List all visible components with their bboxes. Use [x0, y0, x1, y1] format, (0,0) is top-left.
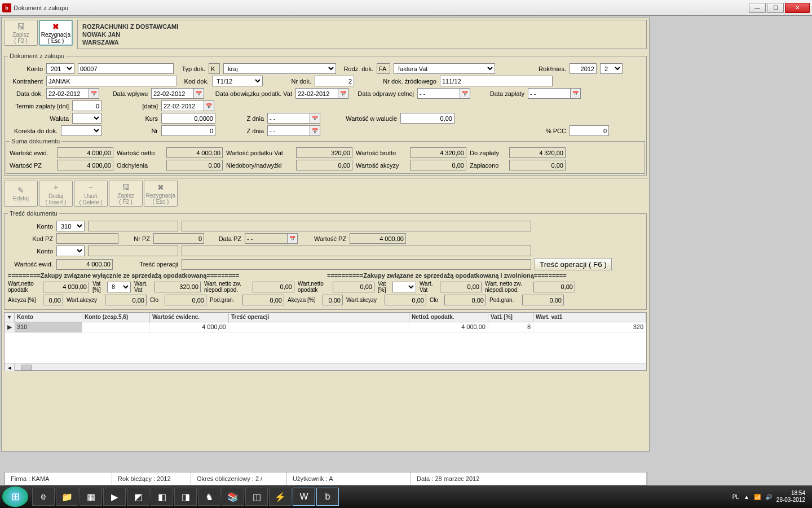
wartakc2-label: Wart.akcyzy: [346, 297, 381, 303]
sum-fieldset: Suma dokumentu Wartość ewid. Wartość net…: [6, 138, 645, 174]
taskbar-app4-icon[interactable]: ◨: [174, 488, 197, 506]
maximize-button[interactable]: ☐: [767, 3, 784, 13]
save-button[interactable]: 🖫 Zapisz( F2 ): [4, 20, 38, 46]
tresc-f6-button[interactable]: Treść operacji ( F6 ): [535, 258, 612, 270]
calendar-icon[interactable]: 📅: [460, 88, 470, 99]
taskbar-media-icon[interactable]: ▶: [103, 488, 126, 506]
start-button[interactable]: ⊞: [2, 487, 28, 507]
tray-clock[interactable]: 18:5428-03-2012: [776, 490, 805, 503]
koddok-select[interactable]: T1/12: [212, 76, 263, 86]
korekta-select[interactable]: [61, 125, 102, 136]
window-title: Dokument z zakupu: [14, 5, 749, 11]
system-tray[interactable]: PL ▲ 📶 🔊 18:5428-03-2012: [732, 490, 810, 503]
taskbar-word-icon[interactable]: W: [293, 488, 315, 506]
dataobv-input[interactable]: [295, 88, 338, 99]
col-konto[interactable]: Konto: [15, 313, 82, 322]
col-netto1[interactable]: Netto1 opodatk.: [409, 313, 488, 322]
tray-lang[interactable]: PL: [732, 494, 739, 500]
edit-button[interactable]: ✎Edytuj: [4, 181, 38, 207]
taskbar[interactable]: ⊞ e 📁 ▦ ▶ ◩ ◧ ◨ ♞ 📚 ◫ ⚡ W b PL ▲ 📶 🔊 18:…: [0, 485, 812, 508]
wartvat-label: Wartość podatku Vat: [226, 150, 293, 156]
col-konto56[interactable]: Konto (zesp.5,6): [82, 313, 150, 322]
col-tresc[interactable]: Treść operacji: [229, 313, 409, 322]
calendar-icon[interactable]: 📅: [194, 88, 204, 99]
col-wartewid[interactable]: Wartość ewidenc.: [150, 313, 229, 322]
close-button[interactable]: ✕: [785, 3, 810, 13]
mies-select[interactable]: 2: [600, 63, 623, 74]
grid-scrollbar[interactable]: ◂: [5, 364, 646, 370]
waluta-select[interactable]: [72, 113, 102, 124]
cell-wartvat1[interactable]: 320: [533, 322, 646, 332]
cancel2-button[interactable]: ✖Rezygnacja( Esc ): [144, 181, 178, 207]
taskbar-app6-icon[interactable]: 📚: [222, 488, 244, 506]
calendar-icon[interactable]: 📅: [288, 233, 298, 244]
col-wartvat1[interactable]: Wart. vat1: [533, 313, 646, 322]
kontrahent-input[interactable]: [46, 76, 177, 86]
dataodpr-input[interactable]: [417, 88, 460, 99]
cell-konto[interactable]: 310: [15, 322, 82, 332]
taskbar-ie-icon[interactable]: e: [32, 488, 55, 506]
nrdok-input[interactable]: [315, 76, 354, 86]
rodzdok-select[interactable]: faktura Vat: [394, 63, 495, 74]
vatpct-select[interactable]: 8: [107, 282, 131, 292]
taskbar-app2-icon[interactable]: ◩: [127, 488, 149, 506]
tray-volume-icon[interactable]: 🔊: [765, 494, 772, 500]
tray-network-icon[interactable]: 📶: [754, 494, 761, 500]
taskbar-app5-icon[interactable]: ♞: [198, 488, 220, 506]
wartvat-field: [296, 147, 352, 158]
termin-input[interactable]: [72, 100, 102, 111]
calendar-icon[interactable]: 📅: [310, 125, 320, 136]
cell-vat1[interactable]: 8: [488, 322, 533, 332]
col-vat1[interactable]: Vat1 [%]: [488, 313, 533, 322]
cancel-button[interactable]: ✖ Rezygnacja( Esc ): [39, 20, 73, 46]
c-konto2-select[interactable]: [56, 246, 85, 256]
c-wartewid-label: Wartość ewid.: [8, 261, 53, 268]
cell-netto1[interactable]: 4 000,00: [409, 322, 488, 332]
data2-input[interactable]: [161, 100, 204, 111]
konto-num-input[interactable]: [78, 63, 174, 74]
minimize-button[interactable]: —: [749, 3, 766, 13]
delete-button[interactable]: －Usuń( Delete ): [74, 181, 108, 207]
calendar-icon[interactable]: 📅: [204, 100, 214, 111]
tray-flag-icon[interactable]: ▲: [744, 494, 749, 500]
taskbar-explorer-icon[interactable]: 📁: [56, 488, 78, 506]
datadok-input[interactable]: [46, 88, 89, 99]
pcc-input[interactable]: [570, 125, 609, 136]
wartakc-label: Wart.akcyzy: [67, 297, 102, 303]
grid-selector-header[interactable]: ▾: [5, 313, 15, 322]
kurs-input[interactable]: [161, 113, 215, 124]
calendar-icon[interactable]: 📅: [89, 88, 99, 99]
datawpl-input[interactable]: [151, 88, 194, 99]
taskbar-app7-icon[interactable]: ◫: [245, 488, 268, 506]
save2-button[interactable]: 🖫Zapisz( F2 ): [109, 181, 143, 207]
rok-input[interactable]: [570, 63, 597, 74]
kodpz-input: [56, 233, 118, 244]
taskbar-current-app-icon[interactable]: b: [316, 488, 339, 506]
datazapl-input[interactable]: [528, 88, 571, 99]
data-grid[interactable]: ▾ Konto Konto (zesp.5,6) Wartość ewidenc…: [4, 312, 647, 371]
zdnia2-input[interactable]: [267, 125, 310, 136]
calendar-icon[interactable]: 📅: [571, 88, 581, 99]
nr-input[interactable]: [161, 125, 215, 136]
c-konto-select[interactable]: 310: [56, 221, 85, 231]
wartwal-input[interactable]: [400, 113, 454, 124]
zdnia-input[interactable]: [267, 113, 310, 124]
cell-wartewid[interactable]: 4 000,00: [150, 322, 229, 332]
taskbar-app-icon[interactable]: ▦: [80, 488, 102, 506]
taskbar-app3-icon[interactable]: ◧: [151, 488, 173, 506]
nrdok-label: Nr dok.: [266, 78, 311, 85]
add-button[interactable]: ＋Dodaj( Insert ): [39, 181, 73, 207]
calendar-icon[interactable]: 📅: [310, 113, 320, 124]
nrdokzr-input[interactable]: [440, 76, 553, 86]
cell-tresc[interactable]: [229, 322, 409, 332]
clo-input: [165, 295, 206, 305]
table-row[interactable]: ▶ 310 4 000,00 4 000,00 8 320: [5, 322, 646, 333]
cell-konto56[interactable]: [82, 322, 150, 332]
konto-select[interactable]: 201: [46, 63, 74, 74]
calendar-icon[interactable]: 📅: [338, 88, 348, 99]
datadok-label: Data dok.: [8, 90, 43, 97]
vatpct2-select[interactable]: [392, 282, 416, 292]
taskbar-winamp-icon[interactable]: ⚡: [269, 488, 292, 506]
typdok-select[interactable]: kraj: [223, 63, 336, 74]
akcpct2-input: [323, 295, 343, 305]
